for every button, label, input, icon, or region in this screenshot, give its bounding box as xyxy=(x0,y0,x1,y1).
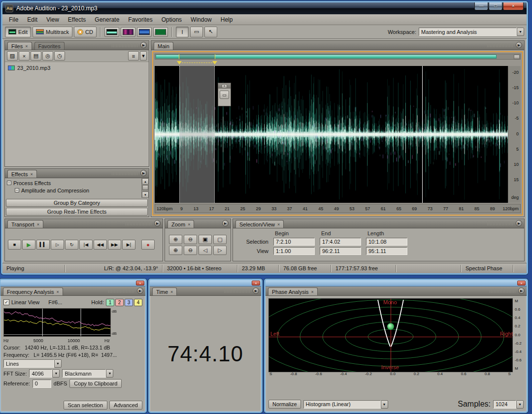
stop-button[interactable]: ■ xyxy=(8,240,21,250)
panel-menu-button[interactable]: ▶ xyxy=(222,220,229,226)
tab-close-icon[interactable]: × xyxy=(56,289,59,294)
tree-collapse-icon[interactable]: − xyxy=(7,181,11,185)
panel-grip[interactable] xyxy=(487,43,514,47)
play-looped-button[interactable]: ↻ xyxy=(65,240,78,250)
effects-scrollbar[interactable]: ▲ ▼ xyxy=(141,178,149,198)
panel-menu-button[interactable]: ▶ xyxy=(516,42,522,48)
panel-menu-button[interactable]: ▶ xyxy=(140,170,147,176)
file-list-item[interactable]: 23_2010.mp3 xyxy=(8,65,146,71)
floating-palette-header[interactable]: × xyxy=(218,83,231,89)
insert-cd-button[interactable]: ◎ xyxy=(42,51,53,61)
panel-menu-button[interactable]: ▶ xyxy=(154,220,161,226)
dropdown-arrow-icon[interactable]: ▼ xyxy=(54,359,62,368)
menu-item[interactable]: Favorites xyxy=(124,15,157,24)
record-button[interactable]: ● xyxy=(141,240,155,250)
hold-button[interactable]: 4 xyxy=(134,299,142,306)
effects-tree-node[interactable]: − Amplitude and Compression xyxy=(7,187,141,194)
zoom-in-button[interactable]: ⊕ xyxy=(169,235,182,244)
group-real-time-effects-button[interactable]: Group Real-Time Effects xyxy=(6,208,148,216)
close-file-button[interactable]: × xyxy=(19,51,30,61)
menu-item[interactable]: Help xyxy=(216,15,237,24)
close-button[interactable]: × xyxy=(252,281,260,286)
panel-grip[interactable] xyxy=(224,288,251,293)
workspace-dropdown-arrow-icon[interactable]: ▼ xyxy=(517,28,524,36)
hold-button[interactable]: 2 xyxy=(115,299,124,306)
tab-main[interactable]: Main xyxy=(154,42,173,50)
linear-view-checkbox[interactable]: ✓ xyxy=(3,299,9,305)
multitrack-view-button[interactable]: Multitrack xyxy=(33,27,72,37)
dropdown-arrow-icon[interactable]: ▼ xyxy=(381,400,388,409)
menu-item[interactable]: Generate xyxy=(90,15,124,24)
menu-item[interactable]: Options xyxy=(157,15,186,24)
marquee-selection-tool[interactable]: ▭ xyxy=(190,27,203,37)
selection-length-field[interactable]: 10:1.08 xyxy=(366,238,407,246)
navigator-zoom-button[interactable] xyxy=(514,55,520,59)
hold-button[interactable]: 3 xyxy=(125,299,133,306)
close-button[interactable]: × xyxy=(503,2,524,10)
palette-close-icon[interactable]: × xyxy=(222,84,227,88)
vertical-scale[interactable]: -20-15-10-5051015 deg xyxy=(508,66,521,203)
import-file-button[interactable]: ▨ xyxy=(7,51,18,61)
waveform-selection[interactable] xyxy=(179,66,215,203)
play-button[interactable]: ▶ xyxy=(22,240,35,250)
zoom-in-vertical-button[interactable]: ⊕ xyxy=(169,246,182,255)
effects-tree-node[interactable]: − Process Effects xyxy=(7,179,141,187)
cd-view-button[interactable]: CD xyxy=(74,27,97,37)
menu-item[interactable]: File xyxy=(4,15,23,24)
close-button[interactable]: × xyxy=(136,281,144,286)
tab-close-icon[interactable]: × xyxy=(170,289,173,294)
selection-handle-left[interactable] xyxy=(177,61,182,64)
tab-effects[interactable]: Effects × xyxy=(7,170,37,178)
copy-to-clipboard-button[interactable]: Copy to Clipboard xyxy=(69,379,122,388)
phase-scope[interactable]: Mono Left Right Inverse xyxy=(268,298,512,371)
tab-selection-view[interactable]: Selection/View × xyxy=(235,220,284,228)
view-end-field[interactable]: 96:2.11 xyxy=(320,247,361,255)
window-type-dropdown[interactable]: Blackmann ▼ xyxy=(62,369,113,378)
minimize-button[interactable]: — xyxy=(474,2,488,10)
menu-item[interactable]: Edit xyxy=(23,15,42,24)
tab-files[interactable]: Files × xyxy=(7,42,32,50)
panel-grip[interactable] xyxy=(108,288,135,293)
samples-dropdown[interactable]: 1024 ▼ xyxy=(493,400,524,409)
files-options-button[interactable]: ≡ xyxy=(128,51,139,61)
frequency-graph-canvas[interactable] xyxy=(3,308,111,337)
panel-menu-button[interactable]: ▶ xyxy=(518,287,525,294)
go-to-end-button[interactable]: ▶| xyxy=(122,240,135,250)
selection-begin-field[interactable]: 7:2.10 xyxy=(273,238,315,246)
menu-item[interactable]: Effects xyxy=(64,15,90,24)
fast-forward-button[interactable]: ▶▶ xyxy=(108,240,121,250)
spectral-phase-button[interactable] xyxy=(153,27,168,37)
scrollbar-track[interactable] xyxy=(142,185,149,191)
dropdown-arrow-icon[interactable]: ▼ xyxy=(516,400,524,409)
panel-menu-button[interactable]: ▶ xyxy=(516,220,522,226)
view-begin-field[interactable]: 1:1.00 xyxy=(273,247,315,255)
panel-grip[interactable] xyxy=(490,288,516,293)
panel-grip[interactable] xyxy=(112,171,138,175)
zoom-left-edge-button[interactable]: ◁ xyxy=(199,246,212,255)
playhead-cursor[interactable] xyxy=(422,66,423,203)
play-from-cursor-button[interactable]: ▷ xyxy=(51,240,64,250)
zoom-full-button[interactable]: ▣ xyxy=(199,235,212,244)
tab-favorites[interactable]: Favorites xyxy=(34,42,65,50)
tab-phase-analysis[interactable]: Phase Analysis × xyxy=(268,287,318,295)
normalize-button[interactable]: Normalize xyxy=(268,400,301,409)
tree-collapse-icon[interactable]: − xyxy=(15,188,19,192)
maximize-button[interactable]: □ xyxy=(489,2,502,10)
spectral-pan-button[interactable] xyxy=(137,27,152,37)
palette-tool-button[interactable]: ▭ xyxy=(220,91,229,99)
dropdown-arrow-icon[interactable]: ▼ xyxy=(52,369,60,378)
group-by-category-button[interactable]: Group By Category xyxy=(6,199,148,207)
panel-grip[interactable] xyxy=(487,221,514,225)
close-button[interactable]: × xyxy=(517,281,526,286)
histogram-dropdown[interactable]: Histogram (Linear) ▼ xyxy=(303,400,388,409)
titlebar[interactable]: Au Adobe Audition - 23_2010.mp3 — □ × xyxy=(2,2,527,14)
files-options-arrow-icon[interactable]: ▾ xyxy=(140,51,147,61)
panel-menu-button[interactable]: ▶ xyxy=(140,42,147,48)
hold-button[interactable]: 1 xyxy=(106,299,114,306)
menu-item[interactable]: View xyxy=(42,15,64,24)
timeline-ruler[interactable]: 120bpm 913172125293337414549535761656973… xyxy=(155,204,521,213)
scroll-down-icon[interactable]: ▼ xyxy=(142,191,149,198)
panel-menu-button[interactable]: ▶ xyxy=(137,287,143,294)
workspace-dropdown[interactable]: Mastering and Analysis ▼ xyxy=(419,28,524,36)
reference-input[interactable]: 0 xyxy=(33,380,51,388)
